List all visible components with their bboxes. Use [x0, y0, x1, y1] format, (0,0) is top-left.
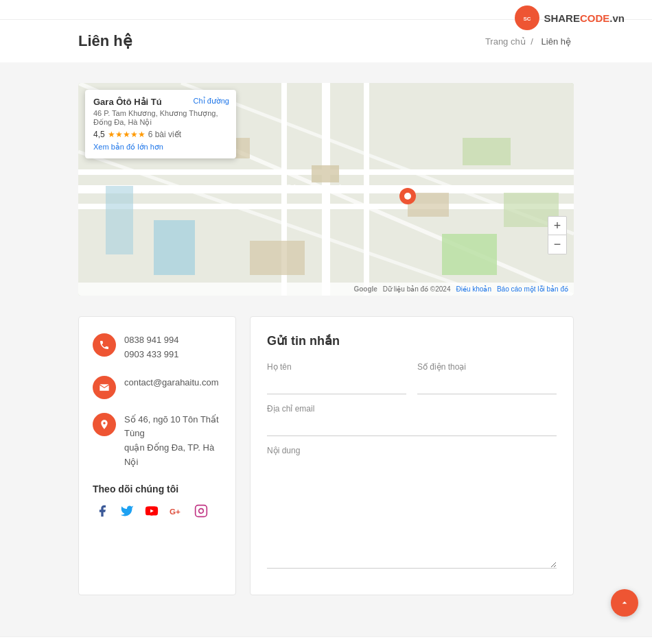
social-icons: G+ — [93, 501, 222, 521]
review-count: 6 bài viết — [148, 130, 181, 139]
svg-rect-20 — [250, 241, 305, 275]
svg-rect-14 — [312, 165, 339, 182]
svg-rect-21 — [442, 234, 497, 275]
breadcrumb-current: Liên hệ — [542, 36, 571, 47]
instagram-icon[interactable] — [191, 501, 211, 521]
googleplus-icon[interactable]: G+ — [167, 501, 186, 521]
contact-address-item: Số 46, ngõ 10 Tôn Thất Tùng quận Đống Đa… — [93, 413, 222, 470]
contact-phone-text: 0838 941 994 0903 433 991 — [124, 333, 179, 362]
logo-text: SHARECODE.vn — [544, 12, 625, 24]
email-input[interactable] — [267, 417, 557, 436]
contact-section: 0838 941 994 0903 433 991 contact@garaha… — [78, 316, 574, 595]
map-info-box: Gara Ôtô Hải Tú 46 P. Tam Khương, Khương… — [85, 90, 236, 158]
map-zoom-controls: + − — [548, 216, 567, 254]
map-google-logo: Google — [353, 285, 377, 293]
zoom-in-button[interactable]: + — [548, 216, 567, 235]
follow-section: Theo dõi chúng tôi — [93, 484, 222, 521]
directions-link[interactable]: Chỉ đường — [194, 97, 229, 106]
zoom-out-button[interactable]: − — [548, 235, 567, 254]
svg-point-24 — [404, 193, 411, 200]
form-group-content: Nội dung — [267, 446, 557, 569]
content-textarea[interactable] — [267, 459, 557, 569]
message-form-panel: Gửi tin nhắn Họ tên Số điện thoại Địa ch… — [250, 316, 574, 595]
location-icon — [93, 413, 116, 436]
map-terms[interactable]: Điều khoản — [456, 285, 491, 293]
name-input[interactable] — [267, 375, 406, 394]
phone-label: Số điện thoại — [417, 362, 557, 372]
logo-icon: SC — [515, 5, 539, 30]
form-group-email: Địa chỉ email — [267, 404, 557, 436]
breadcrumb: Trang chủ / Liên hệ — [485, 36, 574, 47]
map-footer-bar: Google Dữ liệu bản đồ ©2024 Điều khoản B… — [78, 283, 574, 296]
contact-address-text: Số 46, ngõ 10 Tôn Thất Tùng quận Đống Đa… — [124, 413, 222, 470]
svg-text:G+: G+ — [170, 507, 181, 516]
email-address: contact@garahaitu.com — [124, 376, 219, 390]
map-placeholder: ShareCode.vn Gara Ôtô Hải Tú 46 P. Tam K… — [78, 83, 574, 296]
shop-address: 46 P. Tam Khương, Khương Thượng, Đống Đa… — [93, 109, 228, 127]
email-icon — [93, 376, 116, 399]
map-container[interactable]: ShareCode.vn Gara Ôtô Hải Tú 46 P. Tam K… — [78, 83, 574, 296]
email-label: Địa chỉ email — [267, 404, 557, 414]
logo[interactable]: SC SHARECODE.vn — [515, 5, 625, 30]
form-row-name-phone: Họ tên Số điện thoại — [267, 362, 557, 394]
form-group-name: Họ tên — [267, 362, 406, 394]
svg-rect-27 — [196, 505, 207, 516]
phone2: 0903 433 991 — [124, 348, 179, 362]
svg-rect-17 — [463, 138, 511, 165]
form-row-email: Địa chỉ email — [267, 404, 557, 436]
address-line2: quận Đống Đa, TP. Hà Nội — [124, 441, 222, 470]
contact-email-text: contact@garahaitu.com — [124, 376, 219, 390]
svg-text:SC: SC — [524, 16, 531, 22]
page-title: Liên hệ — [78, 32, 132, 50]
twitter-icon[interactable] — [117, 501, 137, 521]
contact-email-item: contact@garahaitu.com — [93, 376, 222, 399]
content-label: Nội dung — [267, 446, 557, 455]
contact-info-panel: 0838 941 994 0903 433 991 contact@garaha… — [78, 316, 236, 595]
map-report-error[interactable]: Báo cáo một lỗi bản đồ — [497, 285, 568, 293]
svg-rect-13 — [106, 186, 133, 254]
view-larger-map-link[interactable]: Xem bản đồ lớn hơn — [93, 143, 163, 151]
youtube-icon[interactable] — [142, 501, 161, 521]
form-row-content: Nội dung — [267, 446, 557, 569]
footer: Copyright © ShareCode.vn — [0, 636, 652, 644]
follow-title: Theo dõi chúng tôi — [93, 484, 222, 494]
scroll-top-button[interactable] — [611, 589, 638, 617]
breadcrumb-home[interactable]: Trang chủ — [485, 36, 526, 47]
form-title: Gửi tin nhắn — [267, 333, 557, 348]
svg-rect-12 — [154, 220, 195, 275]
main-content: ShareCode.vn Gara Ôtô Hải Tú 46 P. Tam K… — [0, 62, 652, 616]
rating-value: 4,5 — [93, 130, 105, 139]
page-header: SC SHARECODE.vn — [0, 0, 652, 20]
form-group-phone: Số điện thoại — [417, 362, 557, 394]
name-label: Họ tên — [267, 362, 406, 372]
facebook-icon[interactable] — [93, 501, 112, 521]
phone-input[interactable] — [417, 375, 557, 394]
phone-icon — [93, 333, 116, 357]
map-data-credit: Dữ liệu bản đồ ©2024 — [383, 285, 451, 293]
shop-rating: 4,5 ★★★★★ 6 bài viết — [93, 130, 228, 139]
rating-stars: ★★★★★ — [108, 130, 145, 139]
contact-phone-item: 0838 941 994 0903 433 991 — [93, 333, 222, 362]
address-line1: Số 46, ngõ 10 Tôn Thất Tùng — [124, 413, 222, 442]
phone1: 0838 941 994 — [124, 333, 179, 348]
breadcrumb-separator: / — [531, 36, 533, 47]
